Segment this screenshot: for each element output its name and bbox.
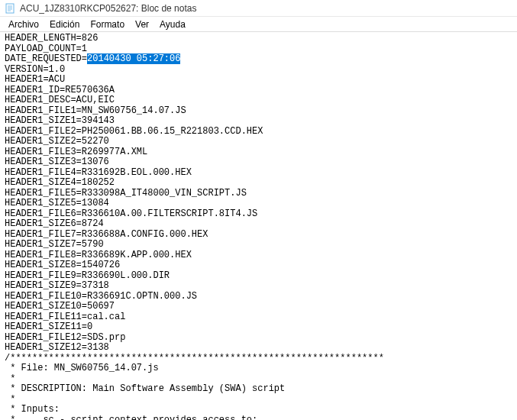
editor-line: * Inputs: (5, 405, 512, 415)
editor-line: HEADER1_SIZE12=3138 (5, 343, 512, 354)
editor-line: HEADER1_FILE9=R336690L.000.DIR (5, 271, 512, 282)
menu-edicion[interactable]: Edición (44, 18, 85, 30)
editor-line: HEADER1_SIZE9=37318 (5, 281, 512, 292)
menu-ver[interactable]: Ver (130, 18, 154, 30)
menu-archivo[interactable]: Archivo (3, 18, 44, 30)
editor-line: HEADER1_SIZE3=13076 (5, 157, 512, 168)
svg-rect-0 (6, 4, 14, 13)
editor-line: HEADER1=ACU (5, 75, 512, 86)
editor-line: HEADER1_ID=RE570636A (5, 86, 512, 96)
editor-line: HEADER1_SIZE1=394143 (5, 116, 512, 127)
editor-line: HEADER_LENGTH=826 (5, 34, 512, 44)
editor-line: HEADER1_SIZE7=5790 (5, 240, 512, 250)
editor-line: HEADER1_SIZE4=180252 (5, 178, 512, 189)
editor-line: * (5, 374, 512, 385)
editor-line: HEADER1_SIZE11=0 (5, 322, 512, 333)
editor-line: PAYLOAD_COUNT=1 (5, 44, 512, 55)
editor-line: HEADER1_SIZE10=50697 (5, 302, 512, 312)
editor-line: HEADER1_FILE2=PH250061.BB.06.15_R221803.… (5, 127, 512, 137)
editor-line: HEADER1_FILE11=cal.cal (5, 312, 512, 323)
editor-line: DATE_REQUESTED=20140430 05:27:06 (5, 54, 512, 65)
editor-line: HEADER1_FILE7=R336688A.CONFIG.000.HEX (5, 230, 512, 241)
editor-line: HEADER1_FILE8=R336689K.APP.000.HEX (5, 250, 512, 261)
editor-line: HEADER1_FILE10=R336691C.OPTN.000.JS (5, 292, 512, 302)
editor-line: VERSION=1.0 (5, 65, 512, 76)
editor-line: HEADER1_FILE4=R331692B.EOL.000.HEX (5, 168, 512, 179)
menu-ayuda[interactable]: Ayuda (154, 18, 191, 30)
selected-text: 20140430 05:27:06 (87, 53, 180, 64)
editor-line: HEADER1_FILE5=R333098A_IT48000_VIN_SCRIP… (5, 189, 512, 199)
window-title: ACU_1JZ8310RKCP052627: Bloc de notas (20, 3, 196, 14)
editor-line: HEADER1_DESC=ACU,EIC (5, 95, 512, 106)
notepad-icon (5, 3, 15, 14)
editor-line: HEADER1_FILE6=R336610A.00.FILTERSCRIPT.8… (5, 209, 512, 220)
editor-line: HEADER1_SIZE5=13084 (5, 199, 512, 209)
titlebar: ACU_1JZ8310RKCP052627: Bloc de notas (0, 0, 517, 17)
menu-formato[interactable]: Formato (85, 18, 130, 30)
editor-line: HEADER1_SIZE6=8724 (5, 219, 512, 230)
editor-line: * File: MN_SW60756_14.07.js (5, 363, 512, 374)
editor-line: HEADER1_FILE12=SDS.prp (5, 333, 512, 344)
menubar: Archivo Edición Formato Ver Ayuda (0, 17, 517, 32)
editor-line: * DESCRIPTION: Main Software Assembly (S… (5, 384, 512, 395)
editor-line: /***************************************… (5, 354, 512, 364)
editor-line: HEADER1_SIZE8=1540726 (5, 260, 512, 271)
editor-line: HEADER1_FILE1=MN_SW60756_14.07.JS (5, 106, 512, 117)
editor-line: * (5, 395, 512, 405)
editor-line: * sc - script context provides access to… (5, 415, 512, 421)
editor-line: HEADER1_FILE3=R269977A.XML (5, 147, 512, 158)
editor-line: HEADER1_SIZE2=52270 (5, 137, 512, 147)
editor-content[interactable]: HEADER_LENGTH=826PAYLOAD_COUNT=1DATE_REQ… (0, 32, 517, 420)
